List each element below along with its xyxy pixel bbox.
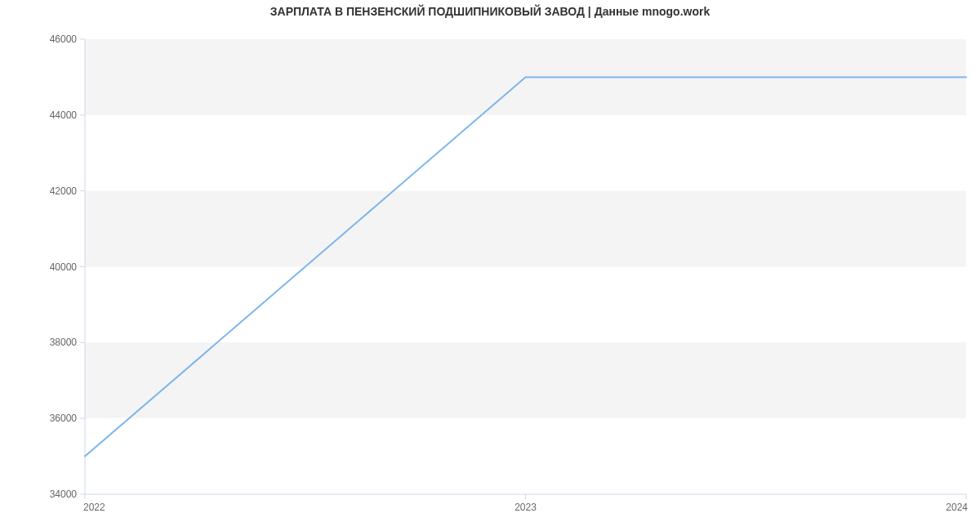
x-tick-label: 2024 [946, 502, 968, 513]
y-tick-label: 36000 [50, 413, 78, 424]
grid-band [85, 191, 966, 267]
chart-title: ЗАРПЛАТА В ПЕНЗЕНСКИЙ ПОДШИПНИКОВЫЙ ЗАВО… [0, 5, 980, 18]
x-tick-label: 2023 [514, 502, 537, 513]
grid-band [85, 342, 966, 418]
y-tick-label: 46000 [50, 33, 78, 45]
y-tick-label: 38000 [50, 337, 78, 348]
y-tick-label: 42000 [50, 185, 78, 197]
chart-svg: 3400036000380004000042000440004600020222… [0, 0, 980, 531]
x-tick-label: 2022 [83, 502, 105, 513]
chart-container: ЗАРПЛАТА В ПЕНЗЕНСКИЙ ПОДШИПНИКОВЫЙ ЗАВО… [0, 0, 980, 531]
y-tick-label: 44000 [50, 109, 78, 121]
y-tick-label: 40000 [50, 261, 78, 273]
y-tick-label: 34000 [50, 489, 78, 500]
